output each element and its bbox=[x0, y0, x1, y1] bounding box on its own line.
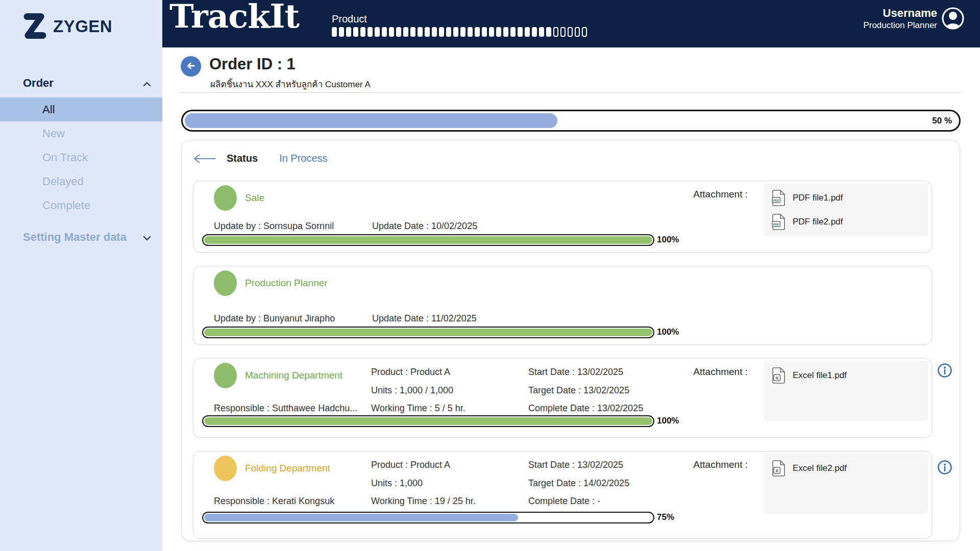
overall-progress-bar: 50 % bbox=[181, 110, 961, 132]
dash-filled bbox=[525, 27, 530, 37]
status-circle bbox=[214, 270, 237, 296]
dash-filled bbox=[510, 27, 516, 37]
product-label: Product bbox=[332, 13, 587, 25]
dash-filled bbox=[382, 27, 387, 37]
attachment-file[interactable]: PDFPDF file2.pdf bbox=[772, 214, 920, 230]
progress-bar bbox=[202, 327, 654, 338]
dash-filled bbox=[546, 27, 551, 37]
attachment-file[interactable]: XExcel file1.pdf bbox=[772, 367, 920, 384]
department-header: Production Planner bbox=[214, 270, 328, 296]
detail-field: Start Date : 13/02/2025 bbox=[528, 460, 623, 470]
sidebar-item-complete[interactable]: Complete bbox=[0, 193, 162, 217]
info-icon[interactable] bbox=[937, 460, 953, 476]
overall-progress-fill bbox=[185, 113, 557, 128]
attachment-label: Attachment : bbox=[666, 189, 748, 200]
attachment-file-name: Excel file1.pdf bbox=[793, 370, 847, 381]
detail-field: Start Date : 13/02/2025 bbox=[528, 367, 623, 378]
dash-filled bbox=[389, 27, 394, 37]
dash-filled bbox=[346, 27, 351, 37]
pdf-file-icon: PDF bbox=[772, 190, 786, 206]
dash-empty bbox=[560, 27, 566, 37]
dash-filled bbox=[503, 27, 508, 37]
dash-filled bbox=[418, 27, 423, 37]
info-icon[interactable] bbox=[937, 363, 953, 379]
progress-bar bbox=[202, 234, 654, 246]
dash-empty bbox=[553, 27, 558, 37]
dash-filled bbox=[468, 27, 473, 37]
progress-percent-label: 100% bbox=[657, 416, 679, 426]
status-row: Status In Process bbox=[193, 153, 328, 164]
user-menu[interactable]: Username Production Planner bbox=[863, 7, 937, 31]
dash-filled bbox=[410, 27, 415, 37]
attachment-label: Attachment : bbox=[666, 459, 748, 470]
progress-percent-label: 100% bbox=[657, 235, 679, 245]
detail-field: Working Time : 5 / 5 hr. bbox=[371, 403, 465, 414]
attachment-panel: XExcel file2.pdf bbox=[764, 454, 928, 514]
dash-empty bbox=[582, 27, 587, 37]
department-title: Sale bbox=[245, 192, 264, 204]
excel-file-icon: X bbox=[772, 460, 786, 477]
dash-filled bbox=[446, 27, 451, 37]
status-value: In Process bbox=[279, 153, 327, 164]
dash-filled bbox=[368, 27, 373, 37]
dash-filled bbox=[360, 27, 365, 37]
excel-file-icon: X bbox=[772, 367, 786, 384]
attachment-file-name: PDF file2.pdf bbox=[793, 217, 843, 227]
pdf-file-icon: PDF bbox=[772, 214, 786, 230]
department-header: Machining Department bbox=[214, 363, 342, 388]
zygen-z-icon bbox=[21, 11, 49, 42]
sidebar-section-order[interactable]: Order bbox=[0, 77, 162, 90]
status-label: Status bbox=[227, 153, 258, 164]
dash-filled bbox=[396, 27, 401, 37]
progress-bar bbox=[202, 415, 654, 427]
dash-filled bbox=[375, 27, 380, 37]
department-card: SaleUpdate by : Sornsupa SornnilUpdate D… bbox=[193, 181, 932, 253]
dash-filled bbox=[425, 27, 430, 37]
progress-bar-fill bbox=[204, 514, 518, 521]
progress-bar-fill bbox=[204, 417, 652, 425]
attachment-file[interactable]: PDFPDF file1.pdf bbox=[772, 190, 920, 206]
sidebar-item-on-track[interactable]: On Track bbox=[0, 145, 162, 169]
detail-field: Complete Date : - bbox=[528, 496, 600, 507]
dash-filled bbox=[475, 27, 480, 37]
back-button[interactable] bbox=[181, 56, 201, 77]
department-header: Folding Department bbox=[214, 456, 330, 481]
user-role: Production Planner bbox=[863, 20, 937, 31]
attachment-panel: XExcel file1.pdf bbox=[764, 361, 928, 421]
dash-filled bbox=[496, 27, 501, 37]
zygen-logo: ZYGEN bbox=[21, 11, 112, 42]
sidebar-item-all[interactable]: All bbox=[0, 97, 162, 121]
attachment-file[interactable]: XExcel file2.pdf bbox=[772, 460, 920, 477]
progress-dashes bbox=[332, 27, 587, 37]
app-title: TrackIt bbox=[169, 0, 299, 35]
responsible-field: Responsible : Kerati Kongsuk bbox=[214, 496, 334, 507]
update-date-field: Update Date : 11/02/2025 bbox=[372, 313, 477, 324]
status-circle bbox=[214, 363, 237, 388]
sidebar-item-new[interactable]: New bbox=[0, 121, 162, 145]
status-section: Status In Process SaleUpdate by : Sornsu… bbox=[181, 140, 960, 541]
status-back-arrow-icon[interactable] bbox=[193, 153, 216, 164]
overall-progress-label: 50 % bbox=[932, 116, 952, 126]
department-card: Folding DepartmentProduct : Product AUni… bbox=[193, 451, 932, 539]
sidebar-order-items: AllNewOn TrackDelayedComplete bbox=[0, 97, 162, 217]
top-bar: TrackIt Product Username Production Plan… bbox=[162, 0, 980, 47]
update-by-field: Update by : Bunyanut Jirapho bbox=[214, 313, 335, 324]
detail-field: Target Date : 14/02/2025 bbox=[528, 478, 629, 489]
detail-field: Product : Product A bbox=[371, 367, 450, 378]
dash-filled bbox=[482, 27, 487, 37]
progress-percent-label: 75% bbox=[657, 512, 674, 522]
divider bbox=[180, 92, 961, 93]
attachment-file-name: Excel file2.pdf bbox=[793, 463, 847, 473]
svg-text:X: X bbox=[775, 468, 778, 473]
department-header: Sale bbox=[214, 185, 264, 211]
dash-filled bbox=[439, 27, 444, 37]
sidebar-section-settings[interactable]: Setting Master data bbox=[0, 231, 162, 244]
dash-filled bbox=[353, 27, 358, 37]
progress-bar bbox=[202, 512, 654, 523]
svg-text:PDF: PDF bbox=[773, 199, 779, 202]
avatar[interactable] bbox=[941, 7, 965, 30]
page-title: Order ID : 1 bbox=[209, 55, 296, 73]
progress-percent-label: 100% bbox=[657, 327, 679, 337]
sidebar-item-delayed[interactable]: Delayed bbox=[0, 169, 162, 193]
app: ZYGEN Order AllNewOn TrackDelayedComplet… bbox=[0, 0, 980, 551]
